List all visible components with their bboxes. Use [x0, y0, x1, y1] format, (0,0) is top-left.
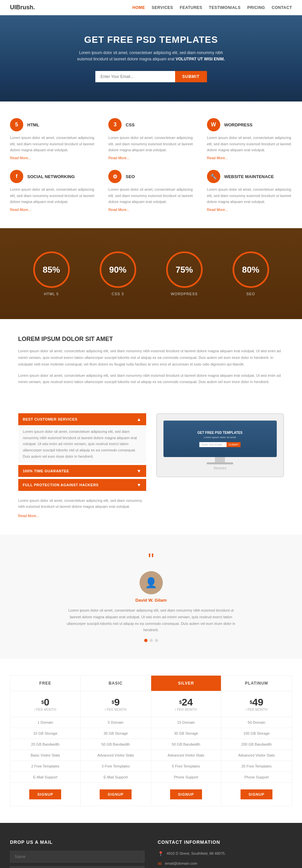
pricing-platinum-f1: 50 Domain [221, 717, 292, 728]
maintenance-read-more[interactable]: Read More... [207, 208, 292, 212]
contact-email-input[interactable] [10, 866, 144, 868]
seo-read-more[interactable]: Read More... [108, 208, 193, 212]
hero-subtitle: Lorem ipsum dolor sit amet, consectetuer… [72, 50, 231, 62]
html-title: HTML [27, 122, 39, 127]
pricing-silver-signup[interactable]: SIGNUP [170, 789, 202, 799]
pricing-basic-f6: E-Mail Support [81, 772, 151, 783]
monitor-base [207, 462, 233, 464]
monitor-stand [215, 457, 225, 462]
features-accordion: BEST CUSTOMER SERVICES ▲ Lorem ipsum dol… [18, 413, 146, 518]
contact-section: DROP US A MAIL SUBMIT CONTACT INFORMATIO… [0, 823, 302, 868]
pricing-basic-period: / PER MONTH [81, 708, 151, 711]
hero-form: SUBMIT [95, 71, 207, 82]
contact-name-input[interactable] [10, 851, 144, 863]
service-html: 5 HTML Lorem ipsum dolor sit amet, conse… [10, 118, 95, 160]
nav-testimonials[interactable]: TESTIMONIALS [209, 5, 241, 10]
pricing-basic-signup[interactable]: SIGNUP [100, 789, 132, 799]
accordion-body-1: Lorem ipsum dolor sit amet, consectetuer… [18, 425, 146, 463]
lorem-title: LOREM IPSUM DOLOR SIT AMET [18, 336, 284, 343]
logo: UIBrush. [10, 4, 35, 11]
wp-icon: W [207, 118, 220, 131]
testimonials-section: " 👤 David W. Gilam Lorem ipsum dolor sit… [0, 535, 302, 659]
wp-text: Lorem ipsum dolor sit amet, consectetuer… [207, 135, 292, 153]
pricing-platinum-amount: 49 [252, 696, 263, 708]
pricing-silver-currency: $ [179, 700, 182, 705]
social-text: Lorem ipsum dolor sit amet, consectetuer… [10, 186, 95, 205]
accordion-toggle-2: ▼ [137, 468, 141, 474]
dot-2[interactable] [149, 639, 153, 642]
pricing-platinum: PLATINUM $49 / PER MONTH 50 Domain 100 G… [221, 676, 292, 806]
features-read-more[interactable]: Read More... [18, 514, 39, 518]
pricing-free-signup[interactable]: SIGNUP [29, 789, 61, 799]
features-section: BEST CUSTOMER SERVICES ▲ Lorem ipsum dol… [8, 407, 294, 535]
pricing-silver-f5: 5 Free Templates [151, 761, 221, 772]
service-wordpress: W WORDPRESS Lorem ipsum dolor sit amet, … [207, 118, 292, 160]
pricing-silver-tier: SILVER [151, 676, 221, 691]
accordion-toggle-3: ▼ [137, 482, 141, 488]
testimonial-dots [10, 639, 292, 642]
maintenance-icon: 🔧 [207, 170, 220, 183]
dot-3[interactable] [155, 639, 158, 642]
hero-submit-button[interactable]: SUBMIT [175, 71, 207, 82]
service-css: 3 CSS Lorem ipsum dolor sit amet, consec… [108, 118, 193, 160]
testimonial-text: Lorem ipsum dolor sit amet, consectetuer… [65, 607, 238, 633]
social-read-more[interactable]: Read More... [10, 208, 95, 212]
features-below-text: Lorem ipsum dolor sit amet, consectetuer… [18, 497, 146, 510]
pricing-free-f2: 10 GB Storage [10, 728, 80, 739]
stat-html5: 85% HTML 5 [18, 245, 85, 303]
pricing-free-amount: 0 [44, 696, 50, 708]
nav-pricing[interactable]: PRICING [247, 5, 265, 10]
service-social: f SOCIAL NETWORKING Lorem ipsum dolor si… [10, 170, 95, 212]
accordion-time-guarantee: 100% TIME GUARANTEE ▼ [18, 465, 146, 477]
css-icon: 3 [108, 118, 121, 131]
monitor-sub: Lorem ipsum dolor sit amet [204, 436, 236, 439]
accordion-toggle-1: ▲ [137, 416, 141, 422]
contact-address-text: 4910 D Street, Southfield, MI 48075. [167, 851, 226, 857]
accordion-header-2[interactable]: 100% TIME GUARANTEE ▼ [18, 465, 146, 477]
contact-info: CONTACT INFORMATION 📍 4910 D Street, Sou… [158, 839, 292, 868]
pricing-free-f1: 1 Domain [10, 717, 80, 728]
pricing-grid: FREE $0 / PER MONTH 1 Domain 10 GB Stora… [10, 675, 292, 806]
pricing-silver: SILVER $24 / PER MONTH 15 Domain 30 GB S… [151, 676, 222, 806]
accordion-header-3[interactable]: FULL PROTECTION AGAINST HACKERS ▼ [18, 479, 146, 491]
pricing-silver-amount: 24 [182, 696, 193, 708]
contact-info-title: CONTACT INFORMATION [158, 839, 292, 845]
pricing-section: FREE $0 / PER MONTH 1 Domain 10 GB Stora… [0, 659, 302, 823]
pricing-basic-tier: BASIC [81, 676, 151, 691]
html-read-more[interactable]: Read More... [10, 156, 95, 160]
nav-contact[interactable]: CONTACT [272, 5, 292, 10]
pricing-silver-f4: Advanced Visitor Stats [151, 750, 221, 761]
wp-title: WORDPRESS [224, 122, 252, 127]
nav-links: HOME SERVICES FEATURES TESTIMONIALS PRIC… [133, 5, 292, 10]
pricing-platinum-tier: PLATINUM [221, 676, 292, 691]
pricing-basic-currency: $ [112, 700, 114, 705]
accordion-customer-service: BEST CUSTOMER SERVICES ▲ Lorem ipsum dol… [18, 413, 146, 463]
hero-email-input[interactable] [95, 71, 175, 82]
pricing-basic-f1: 5 Domain [81, 717, 151, 728]
services-section: 5 HTML Lorem ipsum dolor sit amet, conse… [0, 101, 302, 228]
nav-services[interactable]: SERVICES [152, 5, 173, 10]
pricing-platinum-signup[interactable]: SIGNUP [241, 789, 272, 799]
nav-home[interactable]: HOME [133, 5, 145, 10]
pricing-free-currency: $ [41, 700, 44, 705]
wp-read-more[interactable]: Read More... [207, 156, 292, 160]
pricing-basic-f5: 3 Free Templates [81, 761, 151, 772]
css-read-more[interactable]: Read More... [108, 156, 193, 160]
pricing-free: FREE $0 / PER MONTH 1 Domain 10 GB Stora… [10, 676, 81, 806]
pricing-silver-f3: 50 GB Bandwidth [151, 739, 221, 750]
pricing-basic-f2: 30 GB Storage [81, 728, 151, 739]
envelope-icon: ✉ [158, 861, 162, 866]
pricing-free-f3: 20 GB Bandwidth [10, 739, 80, 750]
pricing-platinum-f3: 200 GB Bandwidth [221, 739, 292, 750]
pricing-platinum-period: / PER MONTH [221, 708, 292, 711]
service-maintenance: 🔧 WEBSITE MAINTENACE Lorem ipsum dolor s… [207, 170, 292, 212]
pricing-basic: BASIC $9 / PER MONTH 5 Domain 30 GB Stor… [81, 676, 151, 806]
nav-features[interactable]: FEATURES [180, 5, 202, 10]
accordion-header-1[interactable]: BEST CUSTOMER SERVICES ▲ [18, 413, 146, 425]
pricing-silver-f2: 30 GB Storage [151, 728, 221, 739]
seo-text: Lorem ipsum dolor sit amet, consectetuer… [108, 186, 193, 205]
pricing-platinum-f5: 20 Free Templates [221, 761, 292, 772]
testimonial-name: David W. Gilam [10, 598, 292, 603]
pricing-free-tier: FREE [10, 676, 80, 691]
dot-1[interactable] [144, 639, 147, 642]
